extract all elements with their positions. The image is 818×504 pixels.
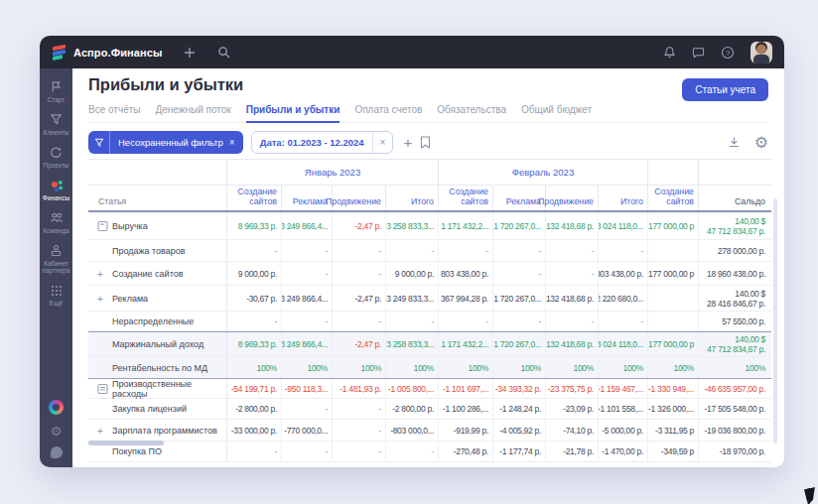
row-group-icon[interactable] [97,220,108,231]
tab-4[interactable]: Обязательства [437,100,506,122]
support-icon[interactable] [51,442,63,461]
table-row[interactable]: Маржинальный доход8 969,33 р.3 249 866,4… [88,331,771,357]
user-avatar[interactable] [750,42,772,63]
horizontal-scrollbar[interactable] [88,441,164,445]
value-cell: -2,47 р. [333,212,386,239]
table-row[interactable]: +Зарплата программистов-33 000,00 р.-770… [88,420,771,441]
column-header-article: Статья [88,186,227,210]
value-cell: -4 005,92 р. [493,420,546,441]
column-header-row: СтатьяСоздание сайтовРекламаПродвижениеИ… [88,186,771,212]
value-cell: -1 101 697,... [439,379,493,399]
saldo-cell: 140,00 $28 416 846,67 р. [699,286,771,311]
value-cell: 9 000,00 р. [227,262,282,285]
row-label: Нераспределенные [88,312,227,330]
filter-row: Несохраненный фильтр × Дата: 01.2023 - 1… [88,131,768,154]
value-cell: 1 720 267,0... [493,212,546,239]
column-header: Создание сайтов [648,186,699,210]
help-icon[interactable]: ? [721,46,735,60]
row-label[interactable]: +Реклама [88,286,227,311]
expand-plus-icon[interactable]: + [97,268,103,279]
sidebar-item-clients[interactable]: Клиенты [40,108,72,141]
value-cell: 1 720 267,0... [493,332,546,356]
value-cell: 132 418,68 р. [546,332,599,356]
row-label: Маржинальный доход [88,332,227,356]
month-group-label [648,160,699,185]
value-cell: - [333,312,386,330]
value-cell: -1 330 949,... [648,379,699,399]
table-row[interactable]: Закупка лицензий-2 800,00 р.---2 800,00 … [88,399,771,420]
aspro-cloud-logo-icon[interactable] [49,400,64,415]
row-label[interactable]: Производственные расходы [88,379,227,399]
settings-gear-icon[interactable]: ⚙ [51,422,63,441]
table-settings-gear-icon[interactable]: ⚙ [754,133,768,152]
date-filter-chip[interactable]: Дата: 01.2023 - 12.2024 × [251,131,394,154]
sidebar-item-team[interactable]: Команда [40,206,72,239]
tab-0[interactable]: Все отчёты [88,100,140,122]
value-cell: 8 969,33 р. [227,212,282,239]
value-cell: 100% [648,357,699,378]
value-cell: -1 177,74 р. [493,441,546,461]
vertical-scrollbar[interactable] [773,198,777,443]
unsaved-filter-close-icon[interactable]: × [227,137,243,148]
table-row[interactable]: Рентабельность по МД100%100%100%100%100%… [88,357,771,379]
table-row[interactable]: Продажа товаров--------278 000,00 р. [88,240,771,262]
value-cell: -1 101 558,... [599,399,648,419]
value-cell: 100% [599,357,648,378]
table-row[interactable]: Покупка ПО-----270,48 р.-1 177,74 р.-21,… [88,441,771,462]
value-cell: -33 000,00 р. [227,420,282,441]
tab-5[interactable]: Общий бюджет [521,100,592,122]
column-header: Продвижение [333,186,386,210]
row-label[interactable]: Выручка [88,212,227,239]
download-icon[interactable] [728,133,741,152]
table-row[interactable]: Нераспределенные--------57 550,00 р. [88,312,771,331]
value-cell: 1 171 432,2... [439,332,493,356]
sidebar-item-projects[interactable]: Проекты [40,141,72,174]
value-cell: - [333,420,386,441]
sidebar-item-partner[interactable]: Кабинет партнера [40,239,72,279]
row-group-icon[interactable] [97,384,108,395]
expand-plus-icon[interactable]: + [97,293,103,304]
sidebar-item-more[interactable]: Ещё [40,279,72,312]
topbar: Аспро.Финансы ? [40,36,784,68]
notifications-bell-icon[interactable] [663,46,676,59]
search-icon[interactable] [217,46,230,59]
value-cell: -23,09 р. [546,399,599,419]
row-label[interactable]: +Зарплата программистов [88,420,227,441]
tab-2[interactable]: Прибыли и убытки [246,100,341,123]
value-cell: -34 393,32 р. [493,379,546,399]
content-area: Прибыли и убытки Статьи учета Все отчёты… [72,68,784,467]
column-header: Создание сайтов [439,186,493,210]
value-cell: -2 800,00 р. [227,399,282,419]
value-cell: -950 118,3... [282,379,333,399]
table-row[interactable]: Производственные расходы-54 199,71 р.-95… [88,379,771,399]
value-cell: 3 024 118,0... [599,212,648,239]
bookmark-icon[interactable] [420,136,431,149]
date-filter-close-icon[interactable]: × [372,132,393,153]
table-row[interactable]: +Реклама-30,67 р.3 249 866,4...-2,47 р.3… [88,286,771,312]
expand-plus-icon[interactable]: + [97,425,103,436]
value-cell: -1 005 800,... [386,379,439,399]
tab-3[interactable]: Оплата счетов [354,100,422,122]
unsaved-filter-chip[interactable]: Несохраненный фильтр × [88,131,243,154]
add-icon[interactable] [184,47,196,59]
chat-icon[interactable] [692,46,705,59]
value-cell: 3 249 833,3... [386,286,439,311]
sidebar-item-start[interactable]: Старт [40,75,72,108]
add-filter-icon[interactable]: + [403,137,412,149]
value-cell: -2,47 р. [333,286,386,311]
mouse-cursor [804,487,818,504]
tab-1[interactable]: Денежный поток [155,100,230,122]
value-cell: - [546,312,599,330]
row-label[interactable]: +Создание сайтов [88,262,227,285]
app-name: Аспро.Финансы [73,47,162,59]
value-cell: - [386,441,439,461]
accounting-articles-button[interactable]: Статьи учета [682,78,768,101]
table-row[interactable]: Выручка8 969,33 р.3 249 866,4...-2,47 р.… [88,212,771,240]
value-cell: -270,48 р. [439,441,493,461]
value-cell: - [282,312,333,330]
value-cell: - [333,240,386,261]
row-label: Рентабельность по МД [88,357,227,378]
sidebar-item-finance[interactable]: Финансы [40,174,72,206]
table-row[interactable]: +Создание сайтов9 000,00 р.--9 000,00 р.… [88,262,771,286]
value-cell: -1 248,24 р. [493,399,546,419]
